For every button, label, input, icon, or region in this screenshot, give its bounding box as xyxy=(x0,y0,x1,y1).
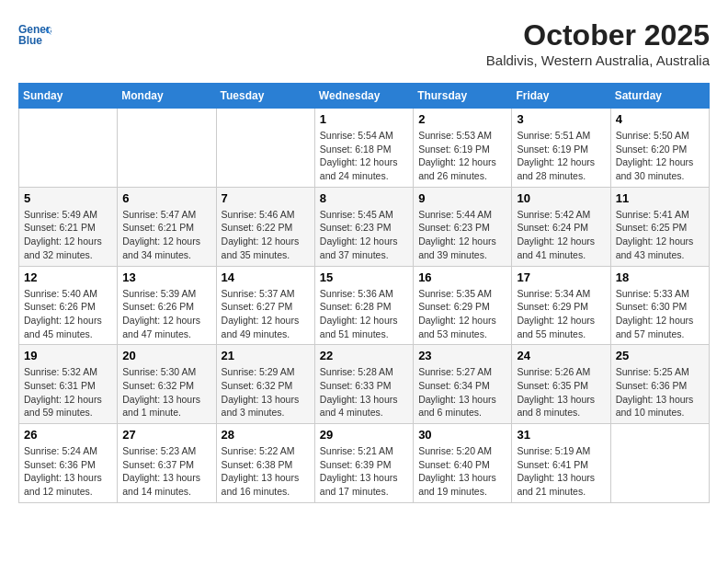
day-number: 7 xyxy=(222,191,310,205)
day-number: 25 xyxy=(616,349,704,362)
day-number: 4 xyxy=(616,112,704,126)
day-info: Sunrise: 5:41 AM Sunset: 6:25 PM Dayligh… xyxy=(616,208,704,262)
calendar-header-cell: Friday xyxy=(512,84,610,109)
calendar-day-cell: 11Sunrise: 5:41 AM Sunset: 6:25 PM Dayli… xyxy=(610,187,709,266)
day-info: Sunrise: 5:40 AM Sunset: 6:26 PM Dayligh… xyxy=(24,287,112,341)
day-info: Sunrise: 5:34 AM Sunset: 6:29 PM Dayligh… xyxy=(517,287,605,341)
calendar-day-cell: 23Sunrise: 5:27 AM Sunset: 6:34 PM Dayli… xyxy=(414,345,512,424)
calendar-day-cell: 9Sunrise: 5:44 AM Sunset: 6:23 PM Daylig… xyxy=(414,187,512,266)
day-number: 29 xyxy=(320,428,408,442)
day-info: Sunrise: 5:49 AM Sunset: 6:21 PM Dayligh… xyxy=(24,208,112,262)
calendar-day-cell xyxy=(610,424,709,503)
day-number: 16 xyxy=(418,270,506,284)
calendar-day-cell: 8Sunrise: 5:45 AM Sunset: 6:23 PM Daylig… xyxy=(314,187,413,266)
calendar-day-cell: 30Sunrise: 5:20 AM Sunset: 6:40 PM Dayli… xyxy=(414,424,512,503)
calendar-day-cell: 6Sunrise: 5:47 AM Sunset: 6:21 PM Daylig… xyxy=(118,187,216,266)
day-info: Sunrise: 5:37 AM Sunset: 6:27 PM Dayligh… xyxy=(222,287,310,341)
calendar-day-cell: 24Sunrise: 5:26 AM Sunset: 6:35 PM Dayli… xyxy=(512,345,610,424)
calendar-table: SundayMondayTuesdayWednesdayThursdayFrid… xyxy=(18,83,710,503)
day-info: Sunrise: 5:24 AM Sunset: 6:36 PM Dayligh… xyxy=(24,444,112,499)
day-info: Sunrise: 5:29 AM Sunset: 6:32 PM Dayligh… xyxy=(222,365,310,419)
day-number: 12 xyxy=(24,270,112,284)
day-number: 8 xyxy=(320,191,408,205)
calendar-week-row: 5Sunrise: 5:49 AM Sunset: 6:21 PM Daylig… xyxy=(19,187,710,266)
calendar-header-cell: Monday xyxy=(118,84,216,109)
day-info: Sunrise: 5:47 AM Sunset: 6:21 PM Dayligh… xyxy=(122,208,210,262)
day-info: Sunrise: 5:28 AM Sunset: 6:33 PM Dayligh… xyxy=(320,365,408,419)
calendar-day-cell: 31Sunrise: 5:19 AM Sunset: 6:41 PM Dayli… xyxy=(512,424,610,503)
day-info: Sunrise: 5:51 AM Sunset: 6:19 PM Dayligh… xyxy=(517,129,605,183)
day-info: Sunrise: 5:19 AM Sunset: 6:41 PM Dayligh… xyxy=(517,444,605,499)
day-number: 30 xyxy=(418,428,506,442)
day-number: 28 xyxy=(222,428,310,442)
title-block: October 2025 Baldivis, Western Australia… xyxy=(486,18,710,68)
day-info: Sunrise: 5:53 AM Sunset: 6:19 PM Dayligh… xyxy=(418,129,506,183)
calendar-week-row: 19Sunrise: 5:32 AM Sunset: 6:31 PM Dayli… xyxy=(19,345,710,424)
day-number: 11 xyxy=(616,191,704,205)
calendar-day-cell: 2Sunrise: 5:53 AM Sunset: 6:19 PM Daylig… xyxy=(414,109,512,188)
day-number: 23 xyxy=(418,349,506,362)
day-number: 3 xyxy=(517,112,605,126)
day-number: 19 xyxy=(24,349,112,362)
day-number: 31 xyxy=(517,428,605,442)
day-info: Sunrise: 5:23 AM Sunset: 6:37 PM Dayligh… xyxy=(122,444,210,499)
day-info: Sunrise: 5:44 AM Sunset: 6:23 PM Dayligh… xyxy=(418,208,506,262)
logo: General Blue xyxy=(18,18,55,52)
day-number: 1 xyxy=(320,112,408,126)
calendar-day-cell: 15Sunrise: 5:36 AM Sunset: 6:28 PM Dayli… xyxy=(314,266,413,345)
calendar-day-cell: 28Sunrise: 5:22 AM Sunset: 6:38 PM Dayli… xyxy=(216,424,314,503)
calendar-title: October 2025 xyxy=(486,18,710,52)
day-info: Sunrise: 5:50 AM Sunset: 6:20 PM Dayligh… xyxy=(616,129,704,183)
calendar-day-cell: 16Sunrise: 5:35 AM Sunset: 6:29 PM Dayli… xyxy=(414,266,512,345)
day-info: Sunrise: 5:39 AM Sunset: 6:26 PM Dayligh… xyxy=(122,287,210,341)
calendar-week-row: 12Sunrise: 5:40 AM Sunset: 6:26 PM Dayli… xyxy=(19,266,710,345)
day-info: Sunrise: 5:27 AM Sunset: 6:34 PM Dayligh… xyxy=(418,365,506,419)
calendar-header-cell: Sunday xyxy=(19,84,118,109)
calendar-day-cell xyxy=(216,109,314,188)
day-info: Sunrise: 5:30 AM Sunset: 6:32 PM Dayligh… xyxy=(122,365,210,419)
day-number: 9 xyxy=(418,191,506,205)
calendar-day-cell: 29Sunrise: 5:21 AM Sunset: 6:39 PM Dayli… xyxy=(314,424,413,503)
day-number: 22 xyxy=(320,349,408,362)
calendar-day-cell xyxy=(19,109,118,188)
calendar-day-cell: 22Sunrise: 5:28 AM Sunset: 6:33 PM Dayli… xyxy=(314,345,413,424)
day-info: Sunrise: 5:33 AM Sunset: 6:30 PM Dayligh… xyxy=(616,287,704,341)
day-info: Sunrise: 5:20 AM Sunset: 6:40 PM Dayligh… xyxy=(418,444,506,499)
calendar-header-cell: Saturday xyxy=(610,84,709,109)
day-number: 26 xyxy=(24,428,112,442)
calendar-day-cell: 3Sunrise: 5:51 AM Sunset: 6:19 PM Daylig… xyxy=(512,109,610,188)
calendar-header-cell: Thursday xyxy=(414,84,512,109)
day-number: 24 xyxy=(517,349,605,362)
day-number: 15 xyxy=(320,270,408,284)
day-info: Sunrise: 5:35 AM Sunset: 6:29 PM Dayligh… xyxy=(418,287,506,341)
day-info: Sunrise: 5:36 AM Sunset: 6:28 PM Dayligh… xyxy=(320,287,408,341)
day-number: 10 xyxy=(517,191,605,205)
calendar-day-cell: 13Sunrise: 5:39 AM Sunset: 6:26 PM Dayli… xyxy=(118,266,216,345)
calendar-day-cell: 5Sunrise: 5:49 AM Sunset: 6:21 PM Daylig… xyxy=(19,187,118,266)
calendar-day-cell: 20Sunrise: 5:30 AM Sunset: 6:32 PM Dayli… xyxy=(118,345,216,424)
calendar-day-cell: 10Sunrise: 5:42 AM Sunset: 6:24 PM Dayli… xyxy=(512,187,610,266)
calendar-day-cell: 19Sunrise: 5:32 AM Sunset: 6:31 PM Dayli… xyxy=(19,345,118,424)
calendar-day-cell: 26Sunrise: 5:24 AM Sunset: 6:36 PM Dayli… xyxy=(19,424,118,503)
calendar-day-cell: 14Sunrise: 5:37 AM Sunset: 6:27 PM Dayli… xyxy=(216,266,314,345)
day-number: 17 xyxy=(517,270,605,284)
calendar-day-cell: 21Sunrise: 5:29 AM Sunset: 6:32 PM Dayli… xyxy=(216,345,314,424)
day-info: Sunrise: 5:21 AM Sunset: 6:39 PM Dayligh… xyxy=(320,444,408,499)
calendar-day-cell: 7Sunrise: 5:46 AM Sunset: 6:22 PM Daylig… xyxy=(216,187,314,266)
calendar-day-cell: 25Sunrise: 5:25 AM Sunset: 6:36 PM Dayli… xyxy=(610,345,709,424)
day-number: 20 xyxy=(122,349,210,362)
day-info: Sunrise: 5:54 AM Sunset: 6:18 PM Dayligh… xyxy=(320,129,408,183)
day-info: Sunrise: 5:42 AM Sunset: 6:24 PM Dayligh… xyxy=(517,208,605,262)
calendar-header-row: SundayMondayTuesdayWednesdayThursdayFrid… xyxy=(19,84,710,109)
calendar-day-cell: 1Sunrise: 5:54 AM Sunset: 6:18 PM Daylig… xyxy=(314,109,413,188)
day-info: Sunrise: 5:22 AM Sunset: 6:38 PM Dayligh… xyxy=(222,444,310,499)
page-header: General Blue October 2025 Baldivis, West… xyxy=(18,18,710,68)
calendar-day-cell: 12Sunrise: 5:40 AM Sunset: 6:26 PM Dayli… xyxy=(19,266,118,345)
calendar-day-cell: 18Sunrise: 5:33 AM Sunset: 6:30 PM Dayli… xyxy=(610,266,709,345)
calendar-header-cell: Tuesday xyxy=(216,84,314,109)
calendar-day-cell xyxy=(118,109,216,188)
day-number: 5 xyxy=(24,191,112,205)
logo-icon: General Blue xyxy=(18,18,51,52)
calendar-week-row: 1Sunrise: 5:54 AM Sunset: 6:18 PM Daylig… xyxy=(19,109,710,188)
day-number: 13 xyxy=(122,270,210,284)
